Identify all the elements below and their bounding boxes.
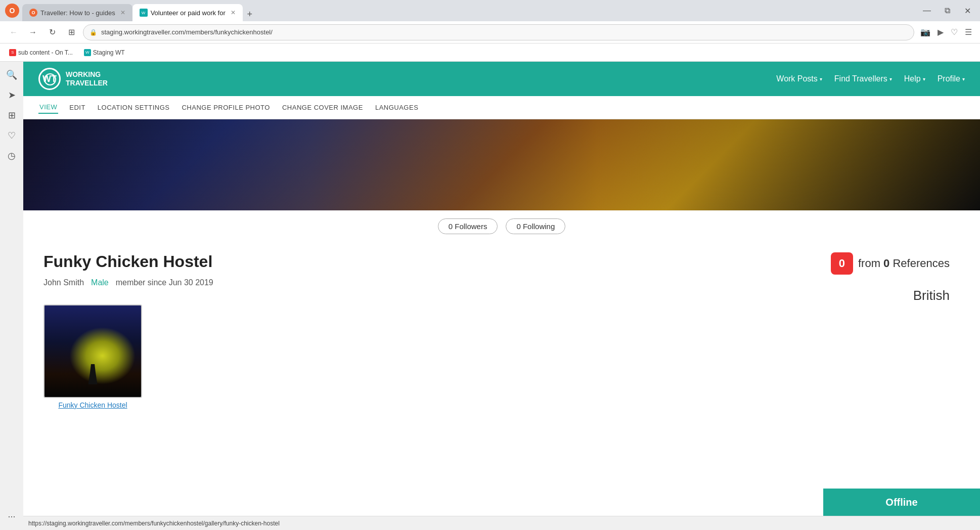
minimize-button[interactable]: — bbox=[919, 3, 934, 18]
sidebar-nav-icon[interactable]: ➤ bbox=[3, 86, 21, 104]
sidebar-apps-icon[interactable]: ⊞ bbox=[3, 106, 21, 124]
tab1-favicon: O bbox=[29, 9, 37, 17]
nav-profile[interactable]: Profile ▾ bbox=[938, 74, 965, 83]
tab1-label: Traveller: How to - guides bbox=[40, 9, 115, 17]
tab-bar: O Traveller: How to - guides ✕ W Volunte… bbox=[22, 0, 916, 21]
profile-meta: John Smith Male member since Jun 30 2019 bbox=[43, 278, 960, 287]
bookmark2-favicon: W bbox=[84, 49, 91, 56]
address-text: staging.workingtraveller.com/members/fun… bbox=[101, 28, 273, 36]
photo-gallery: Funky Chicken Hostel bbox=[43, 299, 960, 414]
sub-nav: VIEW EDIT LOCATION SETTINGS CHANGE PROFI… bbox=[23, 96, 980, 119]
tab-overview-button[interactable]: ⊞ bbox=[64, 25, 79, 40]
user-name: John Smith bbox=[43, 278, 84, 287]
bookmark1-label: sub content - On T... bbox=[18, 49, 73, 56]
bookmark-icon[interactable]: ♡ bbox=[949, 25, 960, 39]
browser-titlebar: O O Traveller: How to - guides ✕ W Volun… bbox=[0, 0, 980, 21]
followers-button[interactable]: 0 Followers bbox=[438, 218, 498, 234]
nav-help-chevron: ▾ bbox=[923, 76, 925, 82]
photo-item-1[interactable]: Funky Chicken Hostel bbox=[43, 304, 142, 409]
bookmarks-bar: S sub content - On T... W Staging WT bbox=[0, 43, 980, 62]
address-bar[interactable]: 🔒 staging.workingtraveller.com/members/f… bbox=[83, 24, 914, 40]
screenshot-icon[interactable]: 📷 bbox=[918, 25, 932, 39]
tab2-label: Volunteer or paid work for bbox=[151, 9, 226, 17]
nav-find-travellers-chevron: ▾ bbox=[889, 76, 892, 82]
subnav-location-settings[interactable]: LOCATION SETTINGS bbox=[97, 102, 171, 113]
opera-logo[interactable]: O bbox=[5, 4, 19, 18]
nav-work-posts[interactable]: Work Posts ▾ bbox=[776, 74, 822, 83]
references-count: 0 bbox=[831, 252, 853, 275]
logo-area: WT WORKING TRAVELLER bbox=[38, 68, 108, 90]
cast-icon[interactable]: ▶ bbox=[936, 25, 946, 39]
close-button[interactable]: ✕ bbox=[960, 3, 975, 18]
subnav-edit[interactable]: EDIT bbox=[68, 102, 86, 113]
new-tab-button[interactable]: + bbox=[243, 7, 257, 21]
site-logo[interactable]: WT bbox=[38, 68, 61, 90]
cover-image-overlay bbox=[23, 119, 980, 210]
following-count: 0 bbox=[516, 222, 520, 231]
references-from-label: from bbox=[858, 257, 880, 270]
references-text: from 0 References bbox=[858, 257, 950, 270]
toolbar-actions: 📷 ▶ ♡ ☰ bbox=[918, 25, 974, 39]
photo-silhouette bbox=[88, 364, 98, 384]
follow-bar: 0 Followers 0 Following bbox=[23, 210, 980, 242]
restore-button[interactable]: ⧉ bbox=[940, 3, 955, 18]
menu-icon[interactable]: ☰ bbox=[963, 25, 974, 39]
photo-thumb-1 bbox=[43, 304, 142, 398]
references-from-count: 0 bbox=[883, 257, 889, 270]
browser-sidebar: 🔍 ➤ ⊞ ♡ ◷ ··· bbox=[0, 62, 23, 530]
logo-line1: WORKING bbox=[66, 70, 108, 79]
subnav-languages[interactable]: LANGUAGES bbox=[374, 102, 419, 113]
bookmark1-favicon: S bbox=[9, 49, 16, 56]
browser-frame: O O Traveller: How to - guides ✕ W Volun… bbox=[0, 0, 980, 530]
tab-2[interactable]: W Volunteer or paid work for ✕ bbox=[132, 4, 243, 21]
nav-find-travellers-label: Find Travellers bbox=[834, 74, 887, 83]
photo-label-1[interactable]: Funky Chicken Hostel bbox=[43, 401, 142, 409]
bookmark2-label: Staging WT bbox=[93, 49, 125, 56]
page-content: WT WORKING TRAVELLER Work Posts ▾ Find T… bbox=[23, 62, 980, 530]
subnav-change-cover-image[interactable]: CHANGE COVER IMAGE bbox=[281, 102, 364, 113]
photo-thumb-inner bbox=[44, 305, 141, 397]
logo-line2: TRAVELLER bbox=[66, 79, 108, 87]
sidebar-heart-icon[interactable]: ♡ bbox=[3, 126, 21, 145]
offline-widget[interactable]: Offline bbox=[823, 489, 980, 516]
subnav-change-profile-photo[interactable]: CHANGE PROFILE PHOTO bbox=[181, 102, 271, 113]
main-nav: Work Posts ▾ Find Travellers ▾ Help ▾ Pr… bbox=[776, 74, 965, 83]
cover-image bbox=[23, 119, 980, 210]
nav-profile-label: Profile bbox=[938, 74, 960, 83]
sidebar-history-icon[interactable]: ◷ bbox=[3, 147, 21, 165]
tab2-close[interactable]: ✕ bbox=[231, 9, 236, 16]
nav-profile-chevron: ▾ bbox=[962, 76, 965, 82]
status-url: https://staging.workingtraveller.com/mem… bbox=[28, 520, 280, 527]
logo-text: WORKING TRAVELLER bbox=[66, 70, 108, 87]
sidebar-more-button[interactable]: ··· bbox=[3, 511, 21, 522]
bookmark-2[interactable]: W Staging WT bbox=[81, 48, 128, 57]
back-button[interactable]: ← bbox=[6, 25, 21, 40]
nav-help[interactable]: Help ▾ bbox=[904, 74, 925, 83]
nav-work-posts-chevron: ▾ bbox=[820, 76, 822, 82]
tab1-close[interactable]: ✕ bbox=[120, 9, 125, 16]
reload-button[interactable]: ↻ bbox=[44, 25, 60, 40]
profile-body: 0 from 0 References British Funky Chicke… bbox=[23, 242, 980, 424]
references-badge: 0 from 0 References bbox=[831, 252, 950, 275]
member-since: member since Jun 30 2019 bbox=[116, 278, 213, 287]
status-bar: https://staging.workingtraveller.com/mem… bbox=[23, 516, 980, 530]
nav-help-label: Help bbox=[904, 74, 921, 83]
forward-button[interactable]: → bbox=[25, 25, 40, 40]
offline-label: Offline bbox=[885, 497, 917, 508]
tab-1[interactable]: O Traveller: How to - guides ✕ bbox=[22, 4, 132, 21]
profile-name: Funky Chicken Hostel bbox=[43, 252, 960, 271]
bookmark-1[interactable]: S sub content - On T... bbox=[6, 48, 76, 57]
sidebar-search-icon[interactable]: 🔍 bbox=[3, 66, 21, 84]
browser-toolbar: ← → ↻ ⊞ 🔒 staging.workingtraveller.com/m… bbox=[0, 21, 980, 43]
followers-count: 0 bbox=[449, 222, 453, 231]
following-button[interactable]: 0 Following bbox=[506, 218, 565, 234]
nav-find-travellers[interactable]: Find Travellers ▾ bbox=[834, 74, 892, 83]
gender: Male bbox=[91, 278, 109, 287]
followers-label: Followers bbox=[455, 222, 487, 231]
subnav-view[interactable]: VIEW bbox=[38, 101, 58, 114]
tab2-favicon: W bbox=[140, 9, 148, 17]
references-word: References bbox=[893, 257, 950, 270]
site-header: WT WORKING TRAVELLER Work Posts ▾ Find T… bbox=[23, 62, 980, 96]
nationality: British bbox=[913, 288, 950, 303]
lock-icon: 🔒 bbox=[90, 29, 97, 36]
